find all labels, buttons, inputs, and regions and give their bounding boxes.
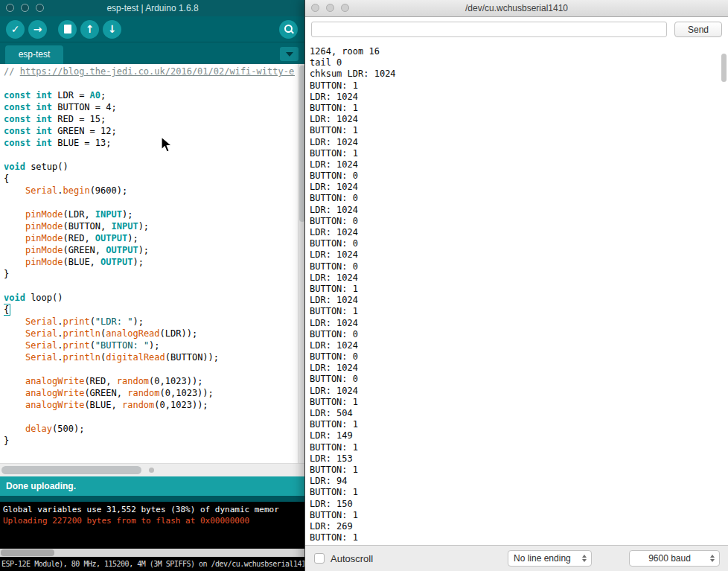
serial-line: LDR: 1024 bbox=[310, 272, 719, 284]
tab-bar: esp-test bbox=[0, 42, 305, 64]
serial-scrollbar-thumb[interactable] bbox=[721, 54, 727, 82]
serial-line: BUTTON: 0 bbox=[310, 329, 719, 340]
ide-titlebar: esp-test | Arduino 1.6.8 bbox=[0, 0, 305, 16]
code-line: pinMode(BLUE, OUTPUT); bbox=[4, 256, 295, 268]
updown-arrows-icon bbox=[582, 555, 587, 562]
serial-line: BUTTON: 0 bbox=[310, 170, 719, 182]
minimize-button[interactable] bbox=[21, 4, 29, 12]
serial-line: BUTTON: 0 bbox=[310, 193, 719, 204]
baud-select[interactable]: 9600 baud bbox=[629, 550, 720, 567]
check-icon: ✓ bbox=[11, 24, 20, 34]
new-sketch-button[interactable] bbox=[58, 20, 77, 39]
serial-line: LDR: 1024 bbox=[310, 363, 719, 374]
window-controls bbox=[6, 4, 44, 12]
code-line: Serial.println(analogRead(LDR)); bbox=[4, 328, 295, 339]
verify-button[interactable]: ✓ bbox=[6, 20, 25, 39]
arduino-ide-window: esp-test | Arduino 1.6.8 ✓ → ↑ ↓ esp-tes… bbox=[0, 0, 305, 571]
code-line: pinMode(LDR, INPUT); bbox=[4, 208, 295, 220]
serial-line: LDR: 1024 bbox=[310, 386, 719, 397]
console-splitter[interactable] bbox=[0, 496, 305, 502]
serial-line: BUTTON: 0 bbox=[310, 351, 719, 363]
code-line: Serial.print("LDR: "); bbox=[4, 316, 295, 328]
chevron-down-icon bbox=[286, 52, 293, 57]
upload-button[interactable]: → bbox=[28, 20, 47, 39]
scrollbar-thumb[interactable] bbox=[1, 466, 141, 474]
serial-line: LDR: 94 bbox=[310, 476, 719, 487]
serial-input[interactable] bbox=[311, 22, 667, 37]
autoscroll-label: Autoscroll bbox=[331, 553, 373, 564]
code-line: pinMode(BUTTON, INPUT); bbox=[4, 220, 295, 232]
code-line: Serial.begin(9600); bbox=[4, 185, 295, 197]
serial-monitor-button[interactable] bbox=[279, 20, 298, 39]
serial-line: LDR: 1024 bbox=[310, 182, 719, 193]
code-line: const int LDR = A0; bbox=[4, 89, 295, 101]
code-line: const int GREEN = 12; bbox=[4, 125, 295, 137]
console-scrollbar[interactable] bbox=[0, 549, 305, 557]
serial-line: 1264, room 16 bbox=[310, 46, 719, 57]
line-ending-select[interactable]: No line ending bbox=[508, 550, 592, 567]
zoom-button[interactable] bbox=[341, 4, 349, 12]
serial-line: BUTTON: 1 bbox=[310, 80, 719, 92]
tab-menu-button[interactable] bbox=[280, 47, 298, 61]
serial-line: BUTTON: 0 bbox=[310, 261, 719, 272]
arrow-down-icon: ↓ bbox=[108, 24, 117, 34]
serial-line: BUTTON: 0 bbox=[310, 238, 719, 249]
minimize-button[interactable] bbox=[326, 4, 334, 12]
serial-output: 1264, room 16tail 0chksum LDR: 1024BUTTO… bbox=[305, 42, 728, 545]
serial-line: LDR: 1024 bbox=[310, 295, 719, 306]
serial-line: BUTTON: 1 bbox=[310, 465, 719, 476]
scroll-dot bbox=[149, 468, 154, 473]
open-button[interactable]: ↑ bbox=[80, 20, 99, 39]
code-lines: // https://blog.the-jedi.co.uk/2016/01/0… bbox=[0, 64, 305, 447]
code-line: Serial.println(digitalRead(BUTTON)); bbox=[4, 351, 295, 363]
board-info: ESP-12E Module), 80 MHz, 115200, 4M (3M … bbox=[1, 560, 305, 568]
serial-line: LDR: 1024 bbox=[310, 92, 719, 103]
editor-vertical-scrollbar[interactable] bbox=[298, 64, 305, 463]
code-line bbox=[4, 149, 295, 161]
serial-bottom-bar: Autoscroll No line ending 9600 baud bbox=[305, 545, 728, 571]
console-line: Global variables use 31,552 bytes (38%) … bbox=[3, 504, 305, 515]
serial-line: BUTTON: 1 bbox=[310, 306, 719, 317]
window-title: /dev/cu.wchusbserial1410 bbox=[305, 0, 728, 16]
console-output: Global variables use 31,552 bytes (38%) … bbox=[0, 502, 305, 549]
ide-toolbar: ✓ → ↑ ↓ bbox=[0, 16, 305, 42]
code-line bbox=[4, 197, 295, 208]
serial-line: BUTTON: 0 bbox=[310, 216, 719, 227]
serial-monitor-window: /dev/cu.wchusbserial1410 Send 1264, room… bbox=[305, 0, 728, 571]
line-ending-value: No line ending bbox=[514, 553, 571, 564]
serial-line: LDR: 1024 bbox=[310, 340, 719, 351]
editor-horizontal-scrollbar[interactable] bbox=[0, 463, 305, 476]
serial-line: LDR: 1024 bbox=[310, 318, 719, 329]
code-line: { bbox=[4, 173, 295, 185]
serial-line: BUTTON: 1 bbox=[310, 103, 719, 114]
serial-line: LDR: 1024 bbox=[310, 227, 719, 238]
scrollbar-thumb[interactable] bbox=[299, 66, 305, 222]
code-line: { bbox=[4, 304, 295, 316]
zoom-button[interactable] bbox=[36, 4, 44, 12]
code-line: // https://blog.the-jedi.co.uk/2016/01/0… bbox=[4, 66, 295, 77]
code-line bbox=[4, 280, 295, 292]
status-bar: Done uploading. bbox=[0, 476, 305, 496]
serial-titlebar: /dev/cu.wchusbserial1410 bbox=[305, 0, 728, 17]
save-button[interactable]: ↓ bbox=[103, 20, 121, 39]
serial-line: BUTTON: 1 bbox=[310, 510, 719, 521]
close-button[interactable] bbox=[6, 4, 14, 12]
code-line: } bbox=[4, 435, 295, 447]
window-controls bbox=[311, 4, 349, 12]
code-editor[interactable]: // https://blog.the-jedi.co.uk/2016/01/0… bbox=[0, 64, 305, 463]
serial-line: tail 0 bbox=[310, 57, 719, 68]
window-title: esp-test | Arduino 1.6.8 bbox=[0, 0, 305, 16]
code-line: pinMode(GREEN, OUTPUT); bbox=[4, 244, 295, 256]
close-button[interactable] bbox=[311, 4, 319, 12]
status-message: Done uploading. bbox=[6, 481, 76, 491]
serial-line: BUTTON: 1 bbox=[310, 419, 719, 430]
updown-arrows-icon bbox=[710, 555, 715, 562]
serial-line: LDR: 149 bbox=[310, 430, 719, 441]
send-button[interactable]: Send bbox=[674, 22, 722, 37]
scrollbar-thumb[interactable] bbox=[1, 549, 54, 556]
tab-esp-test[interactable]: esp-test bbox=[5, 45, 63, 64]
serial-line: BUTTON: 1 bbox=[310, 284, 719, 295]
code-line: const int BLUE = 13; bbox=[4, 137, 295, 149]
code-line: void loop() bbox=[4, 292, 295, 304]
autoscroll-checkbox[interactable] bbox=[314, 553, 325, 564]
